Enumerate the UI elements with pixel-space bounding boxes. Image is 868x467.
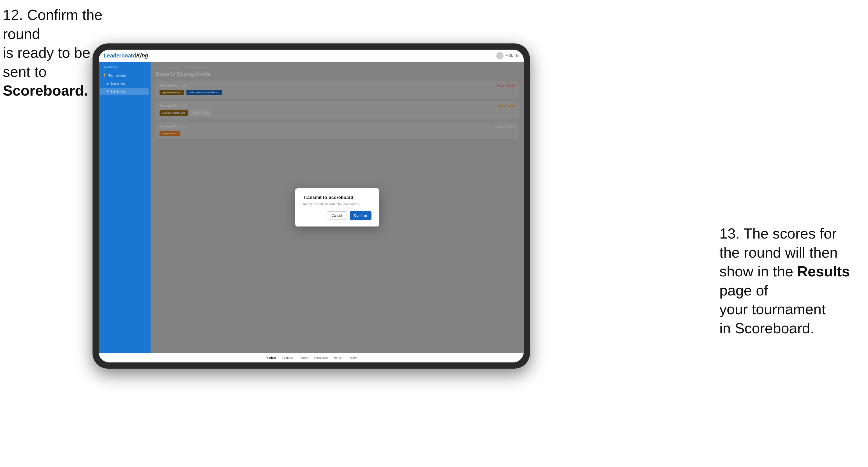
nav-right: ↩ Sign In: [496, 52, 519, 59]
footer-link-features[interactable]: Features: [282, 356, 293, 360]
avatar: [496, 52, 503, 59]
tablet-frame: LeaderboardKing ↩ Sign In MAIN MENU Tour…: [93, 43, 530, 369]
sidebar-tournaments-label: Tournaments: [108, 74, 126, 77]
sidebar-item-tournaments[interactable]: Tournaments: [99, 71, 151, 80]
modal-subtitle: Ready to send this round to Scoreboard?: [303, 203, 371, 206]
sidebar: MAIN MENU Tournaments Create New Edit Ex…: [99, 62, 151, 353]
sidebar-item-create-new[interactable]: Create New: [99, 80, 151, 88]
edit-existing-label: Edit Existing: [111, 90, 126, 93]
modal-overlay: Transmit to Scoreboard Ready to send thi…: [151, 62, 524, 353]
content-area: MAIN MENU Tournaments Create New Edit Ex…: [99, 62, 524, 353]
main-content: Home > Tournaments > State U Spring Invi…: [151, 62, 524, 353]
footer-link-resources[interactable]: Resources: [314, 356, 328, 360]
confirm-button[interactable]: Confirm: [350, 211, 371, 220]
footer: ProductFeaturesPricingResourcesTermsPriv…: [99, 353, 524, 363]
transmit-modal: Transmit to Scoreboard Ready to send thi…: [295, 188, 379, 226]
logo-area: LeaderboardKing: [104, 53, 148, 59]
footer-link-pricing[interactable]: Pricing: [300, 356, 308, 360]
modal-actions: Cancel Confirm: [303, 211, 371, 220]
create-new-label: Create New: [111, 82, 125, 85]
main-menu-label: MAIN MENU: [99, 66, 151, 71]
modal-title: Transmit to Scoreboard: [303, 195, 371, 200]
tablet-screen: LeaderboardKing ↩ Sign In MAIN MENU Tour…: [99, 50, 524, 363]
footer-link-privacy[interactable]: Privacy: [348, 356, 357, 360]
trophy-icon: [103, 73, 106, 77]
footer-link-terms[interactable]: Terms: [334, 356, 341, 360]
logo: LeaderboardKing: [104, 53, 148, 59]
sign-in-button[interactable]: ↩ Sign In: [506, 54, 519, 58]
plus-icon: [106, 82, 109, 86]
annotation-bottom: 13. The scores for the round will then s…: [719, 224, 860, 338]
cancel-button[interactable]: Cancel: [327, 211, 346, 220]
sidebar-item-edit-existing[interactable]: Edit Existing: [100, 88, 149, 95]
top-nav: LeaderboardKing ↩ Sign In: [99, 50, 524, 62]
footer-link-product[interactable]: Product: [266, 356, 276, 360]
edit-icon: [106, 90, 109, 93]
